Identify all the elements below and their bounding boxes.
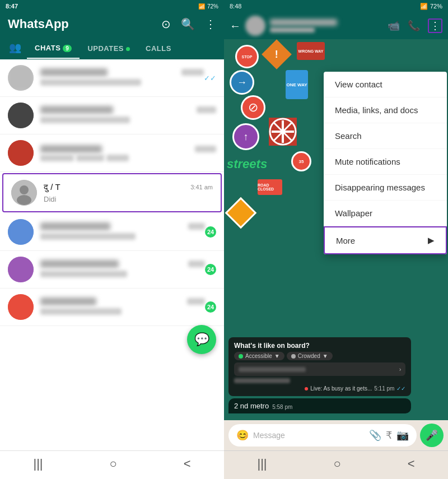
dropdown-item-search[interactable]: Search <box>324 123 447 149</box>
battery-text: 72% <box>207 3 218 10</box>
tabs-bar: 👥 Chats9 Updates Calls <box>0 36 224 59</box>
dropdown-item-mute[interactable]: Mute notifications <box>324 149 447 175</box>
dropdown-menu: View contact Media, links, and docs Sear… <box>324 72 447 254</box>
list-item[interactable] <box>0 134 224 172</box>
svg-point-2 <box>17 195 31 205</box>
poll-option-1[interactable]: Accessible ▼ <box>234 352 284 360</box>
new-chat-fab[interactable]: 💬 <box>187 325 216 354</box>
right-battery: 72% <box>430 3 442 10</box>
search-icon[interactable]: 🔍 <box>181 17 195 31</box>
chat-name <box>40 297 96 305</box>
list-item[interactable]: 24 <box>0 289 224 326</box>
camera-icon[interactable]: ⊙ <box>161 17 171 31</box>
dropdown-item-view-contact[interactable]: View contact <box>324 72 447 97</box>
contact-status <box>270 27 315 32</box>
message-input-container[interactable]: 😊 Message 📎 ₹ 📷 <box>228 424 417 447</box>
read-ticks: ✓✓ <box>396 385 405 392</box>
tab-chats[interactable]: Chats9 <box>27 37 80 59</box>
right-panel: 8:48 📶 72% ← 📹 📞 ⋮ STOP ! → WRONG WAY ⊘ … <box>224 0 448 479</box>
avatar <box>8 103 34 128</box>
message-input[interactable]: Message <box>253 431 365 440</box>
list-item[interactable]: 24 <box>0 213 224 251</box>
poll-title: What's it like on board? <box>234 342 405 350</box>
recents-gesture-icon[interactable]: < <box>408 457 415 471</box>
live-dot-icon <box>305 387 308 390</box>
sign-no: ⊘ <box>241 95 265 120</box>
dropdown-item-more[interactable]: More ▶ <box>324 226 447 254</box>
chat-name: दु / T <box>44 182 60 192</box>
home-gesture-icon[interactable]: ○ <box>109 457 116 471</box>
dropdown-item-wallpaper[interactable]: Wallpaper <box>324 201 447 226</box>
poll-arrow: › <box>399 366 402 373</box>
back-gesture-icon: ||| <box>257 457 267 471</box>
poll-row: › <box>234 362 405 376</box>
bottom-nav: ||| ○ < <box>0 450 224 479</box>
poll-dot <box>239 354 243 359</box>
voice-call-icon[interactable]: 📞 <box>408 20 420 32</box>
chat-time <box>187 298 205 305</box>
poll-message: What's it like on board? Accessible ▼ Cr… <box>228 337 411 396</box>
unread-badge: 24 <box>205 264 216 275</box>
header-actions: 📹 📞 ⋮ <box>388 18 442 33</box>
sign-one-way: ONE WAY <box>286 70 308 99</box>
poll-bar <box>239 367 306 372</box>
messages-area: What's it like on board? Accessible ▼ Cr… <box>224 333 448 420</box>
chat-preview <box>40 79 141 86</box>
sign-diamond <box>225 197 257 229</box>
app-title: WhatsApp <box>8 17 69 31</box>
right-signal-icon: 📶 <box>420 3 428 10</box>
chat-preview <box>40 308 122 315</box>
left-time: 8:47 <box>6 3 18 10</box>
more-options-icon[interactable]: ⋮ <box>205 17 216 31</box>
back-gesture-icon: ||| <box>33 457 43 471</box>
attachment-icon[interactable]: 📎 <box>369 429 381 441</box>
chat-name <box>40 68 108 76</box>
avatar <box>11 180 37 206</box>
recents-gesture-icon[interactable]: < <box>184 457 191 471</box>
home-gesture-icon[interactable]: ○ <box>333 457 340 471</box>
dropdown-item-media[interactable]: Media, links, and docs <box>324 97 447 123</box>
sign-speed: 35 <box>291 151 311 171</box>
rupee-icon[interactable]: ₹ <box>386 429 392 441</box>
read-tick: ✓✓ <box>204 74 216 82</box>
mic-icon: 🎤 <box>426 429 438 441</box>
mic-button[interactable]: 🎤 <box>420 424 444 447</box>
right-status-bar: 8:48 📶 72% <box>224 0 448 12</box>
poll-bar-2 <box>234 378 290 383</box>
list-item[interactable] <box>0 97 224 134</box>
back-button[interactable]: ← <box>230 20 241 32</box>
right-bottom-nav: ||| ○ < <box>224 450 448 479</box>
chat-time <box>188 223 205 230</box>
railroad-sign-icon <box>269 118 297 146</box>
chat-name <box>40 260 119 268</box>
list-item[interactable]: ✓✓ <box>0 59 224 97</box>
chats-badge: 9 <box>63 45 72 52</box>
more-options-icon[interactable]: ⋮ <box>428 18 442 33</box>
svg-point-1 <box>20 185 29 194</box>
message-time: 5:58 pm <box>272 404 292 410</box>
tab-updates[interactable]: Updates <box>80 38 138 58</box>
chat-time: 3:41 am <box>190 184 213 190</box>
tab-calls[interactable]: Calls <box>138 38 179 58</box>
list-item-highlighted[interactable]: दु / T 3:41 am Didi <box>2 173 222 212</box>
message-time: 5:11 pm <box>374 385 394 392</box>
avatar <box>8 294 34 320</box>
chat-time <box>195 146 216 152</box>
chat-name <box>40 145 102 153</box>
dropdown-item-disappearing[interactable]: Disappearing messages <box>324 175 447 201</box>
chat-preview <box>40 233 136 240</box>
contacts-tab-icon[interactable]: 👥 <box>3 36 27 59</box>
video-call-icon[interactable]: 📹 <box>388 20 400 32</box>
metro-message: 2 nd metro 5:58 pm <box>228 398 411 413</box>
poll-option-2[interactable]: Crowded ▼ <box>287 352 333 360</box>
left-status-bar: 8:47 📶 72% <box>0 0 224 12</box>
avatar <box>8 219 34 245</box>
right-time: 8:48 <box>230 3 241 10</box>
camera-icon[interactable]: 📷 <box>396 429 409 441</box>
contact-name <box>270 19 337 26</box>
chat-list: ✓✓ <box>0 59 224 450</box>
chat-name <box>40 222 110 230</box>
emoji-icon[interactable]: 😊 <box>236 429 249 441</box>
list-item[interactable]: 24 <box>0 251 224 289</box>
unread-badge: 24 <box>205 301 216 313</box>
